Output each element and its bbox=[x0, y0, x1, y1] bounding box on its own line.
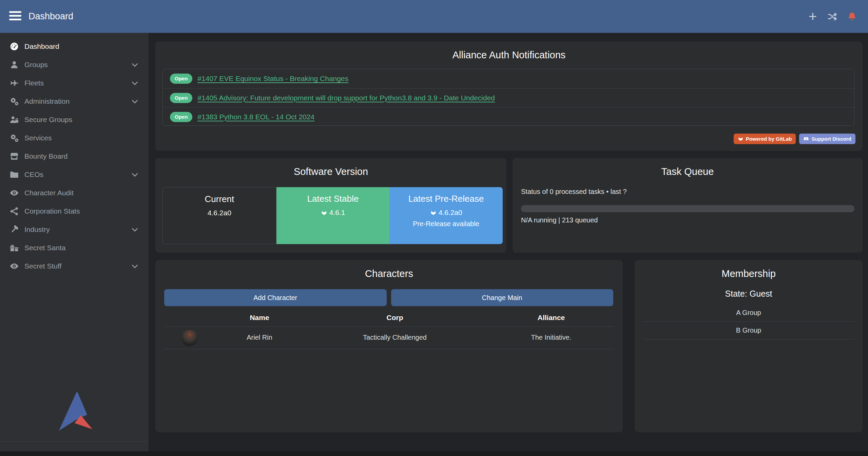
task-queue-panel: Task Queue Status of 0 processed tasks •… bbox=[513, 158, 863, 253]
cell-character-alliance: The Initiative. bbox=[531, 334, 572, 341]
bottom-strip bbox=[0, 451, 868, 456]
sidebar-item-label: Administration bbox=[24, 97, 70, 105]
version-value: 4.6.2a0 bbox=[439, 209, 462, 217]
gears-icon bbox=[9, 96, 21, 106]
task-status-text: Status of 0 processed tasks • last ? bbox=[521, 188, 627, 196]
sidebar-item-corporation-stats[interactable]: Corporation Stats bbox=[0, 202, 149, 220]
share-icon bbox=[9, 206, 21, 216]
version-value: 4.6.2a0 bbox=[208, 209, 231, 217]
sidebar-item-fleets[interactable]: Fleets bbox=[0, 74, 149, 92]
membership-state: State: Guest bbox=[635, 289, 863, 299]
task-queue-title: Task Queue bbox=[513, 166, 863, 177]
version-table: Current 4.6.2a0 Latest Stable 4.6.1 Late… bbox=[162, 187, 503, 244]
character-avatar bbox=[181, 330, 198, 346]
gitlab-icon bbox=[738, 136, 744, 142]
gitlab-icon bbox=[430, 210, 437, 216]
sidebar-item-character-audit[interactable]: Character Audit bbox=[0, 184, 149, 202]
version-cell-prerelease: Latest Pre-Release 4.6.2a0 Pre-Release a… bbox=[389, 187, 503, 244]
sidebar-item-administration[interactable]: Administration bbox=[0, 92, 149, 111]
gifts-icon bbox=[9, 243, 21, 253]
badge-label: Support Discord bbox=[811, 136, 851, 142]
page-title: Dashboard bbox=[28, 0, 73, 33]
column-header-name: Name bbox=[250, 314, 269, 322]
status-badge: Open bbox=[170, 74, 192, 84]
sidebar-item-dashboard[interactable]: Dashboard bbox=[0, 37, 149, 56]
topbar-actions: + bbox=[807, 0, 858, 33]
software-version-title: Software Version bbox=[155, 166, 506, 177]
notification-link[interactable]: #1383 Python 3.8 EOL - 14 Oct 2024 bbox=[197, 113, 314, 121]
store-icon bbox=[9, 151, 21, 161]
sidebar-item-label: Corporation Stats bbox=[24, 207, 80, 215]
membership-groups-list: A Group B Group bbox=[643, 304, 854, 339]
sidebar-item-label: Dashboard bbox=[24, 42, 59, 51]
gauge-icon bbox=[9, 41, 21, 52]
sidebar-item-label: Character Audit bbox=[24, 189, 74, 197]
eye-icon bbox=[9, 261, 21, 271]
user-lock-icon bbox=[9, 115, 21, 125]
sidebar-item-secure-groups[interactable]: Secure Groups bbox=[0, 111, 149, 129]
notifications-list: Open #1407 EVE Equinox Status - Breaking… bbox=[162, 69, 854, 126]
version-header: Current bbox=[205, 194, 234, 204]
cell-character-name: Ariel Rin bbox=[247, 334, 272, 341]
version-header: Latest Stable bbox=[307, 194, 359, 204]
notification-row: Open #1405 Advisory: Future development … bbox=[163, 88, 854, 107]
footer-badges: Powered by GitLab Support Discord bbox=[734, 134, 855, 144]
column-header-alliance: Alliance bbox=[538, 314, 565, 322]
topbar: Dashboard + bbox=[0, 0, 868, 33]
sidebar-item-services[interactable]: Services bbox=[0, 129, 149, 147]
membership-title: Membership bbox=[635, 268, 863, 279]
chevron-down-icon bbox=[132, 262, 138, 268]
badge-label: Powered by GitLab bbox=[746, 136, 792, 142]
membership-panel: Membership State: Guest A Group B Group bbox=[635, 260, 863, 432]
add-character-button[interactable]: Add Character bbox=[164, 289, 387, 306]
change-main-button[interactable]: Change Main bbox=[391, 289, 614, 306]
folder-icon bbox=[9, 170, 21, 180]
alliance-auth-logo bbox=[53, 386, 95, 434]
sidebar: Dashboard Groups Fleets Ad bbox=[0, 33, 149, 456]
discord-icon bbox=[803, 136, 809, 142]
hamburger-icon[interactable] bbox=[9, 11, 21, 21]
chevron-down-icon bbox=[132, 79, 138, 85]
sidebar-item-label: CEOs bbox=[24, 171, 43, 179]
list-item: B Group bbox=[643, 322, 854, 339]
characters-actions: Add Character Change Main bbox=[164, 289, 613, 306]
sidebar-item-secret-santa[interactable]: Secret Santa bbox=[0, 239, 149, 257]
notifications-panel: Alliance Auth Notifications Open #1407 E… bbox=[155, 41, 863, 151]
discord-badge[interactable]: Support Discord bbox=[799, 134, 855, 144]
sidebar-item-label: Secret Stuff bbox=[24, 262, 61, 270]
user-icon bbox=[9, 60, 21, 70]
notification-link[interactable]: #1405 Advisory: Future development will … bbox=[197, 94, 495, 102]
shuffle-icon[interactable] bbox=[827, 11, 838, 22]
chevron-down-icon bbox=[132, 171, 138, 177]
characters-panel: Characters Add Character Change Main Nam… bbox=[155, 260, 623, 432]
sidebar-item-label: Fleets bbox=[24, 79, 44, 87]
notifications-title: Alliance Auth Notifications bbox=[155, 49, 863, 61]
column-header-corp: Corp bbox=[387, 314, 403, 322]
cell-character-corp: Tactically Challenged bbox=[363, 334, 427, 341]
sidebar-item-label: Bounty Board bbox=[24, 152, 67, 160]
sidebar-item-bounty-board[interactable]: Bounty Board bbox=[0, 147, 149, 165]
sidebar-item-industry[interactable]: Industry bbox=[0, 220, 149, 239]
alliance-auth-dashboard: Dashboard + bbox=[0, 0, 868, 456]
sidebar-item-label: Services bbox=[24, 134, 52, 142]
characters-table-header: Name Corp Alliance bbox=[164, 308, 614, 327]
chevron-down-icon bbox=[132, 97, 138, 103]
plus-icon[interactable]: + bbox=[807, 11, 818, 22]
version-note: Pre-Release available bbox=[413, 220, 479, 228]
sidebar-item-groups[interactable]: Groups bbox=[0, 56, 149, 74]
table-row: Ariel Rin Tactically Challenged The Init… bbox=[164, 327, 614, 349]
chevron-down-icon bbox=[132, 225, 138, 232]
bell-icon[interactable] bbox=[846, 11, 858, 22]
chevron-down-icon bbox=[132, 61, 138, 67]
software-version-panel: Software Version Current 4.6.2a0 Latest … bbox=[155, 158, 506, 253]
version-header: Latest Pre-Release bbox=[408, 194, 484, 204]
notification-link[interactable]: #1407 EVE Equinox Status - Breaking Chan… bbox=[197, 75, 348, 83]
sidebar-item-label: Industry bbox=[24, 225, 50, 234]
sidebar-item-secret-stuff[interactable]: Secret Stuff bbox=[0, 257, 149, 275]
sidebar-item-label: Secure Groups bbox=[24, 116, 72, 124]
sidebar-nav: Dashboard Groups Fleets Ad bbox=[0, 37, 149, 275]
sidebar-item-ceos[interactable]: CEOs bbox=[0, 165, 149, 184]
status-badge: Open bbox=[170, 93, 192, 103]
gitlab-badge[interactable]: Powered by GitLab bbox=[734, 134, 796, 144]
status-badge: Open bbox=[170, 112, 192, 122]
